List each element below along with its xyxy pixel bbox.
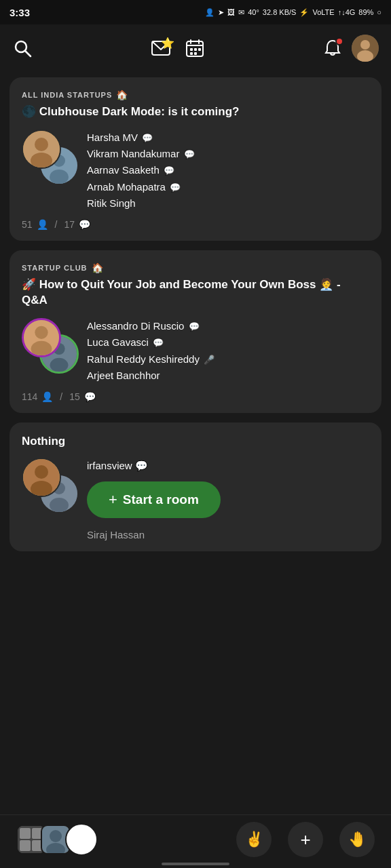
speaker-2: Vikram Nandakumar 💬 xyxy=(87,146,195,161)
svg-rect-7 xyxy=(190,48,193,51)
listener-icon-2: 👤 xyxy=(41,391,53,402)
room-card-2[interactable]: STARTUP CLUB 🏠 🚀 How to Quit Your Job an… xyxy=(10,250,381,413)
add-button[interactable]: + xyxy=(288,822,323,857)
svg-rect-34 xyxy=(20,828,31,839)
bluetooth-icon: ⚡ xyxy=(299,8,309,17)
data-speed: 32.8 KB/S xyxy=(263,8,297,16)
club-header-2: STARTUP CLUB 🏠 xyxy=(22,262,369,273)
messages-badge: ⭐ xyxy=(161,37,174,50)
messages-button[interactable]: ⭐ xyxy=(151,41,170,56)
status-bar: 3:33 👤 ➤ 🖼 ✉ 40° 32.8 KB/S ⚡ VoLTE ↑↓4G … xyxy=(0,0,391,24)
battery-icon: ○ xyxy=(377,8,381,16)
svg-line-1 xyxy=(25,51,31,56)
club-emoji-2: 🏠 xyxy=(92,262,103,273)
rooms-container: ALL INDIA STARTUPS 🏠 🌑 Clubhouse Dark Mo… xyxy=(0,72,391,557)
room-stats-2: 114 👤 / 15 💬 xyxy=(22,391,369,402)
status-icons: 👤 ➤ 🖼 ✉ 40° 32.8 KB/S ⚡ VoLTE ↑↓4G 89% ○ xyxy=(205,8,381,17)
speaker-avatar-2a xyxy=(22,318,61,357)
svg-point-32 xyxy=(50,498,69,512)
status-time: 3:33 xyxy=(10,7,30,18)
speaker-count-2: 15 xyxy=(69,391,80,402)
nothing-card: Nothing xyxy=(10,422,381,551)
speaker-2-2: Luca Gavasci 💬 xyxy=(87,334,215,350)
bottom-avatar-active[interactable] xyxy=(65,823,98,856)
header-left xyxy=(12,38,33,58)
header-right xyxy=(323,35,379,62)
svg-point-39 xyxy=(50,830,62,842)
signal-icon: ↑↓4G xyxy=(338,8,356,16)
speaker-3: Aarnav Saaketh 💬 xyxy=(87,162,195,178)
notification-dot xyxy=(335,37,343,45)
listener-icon-1: 👤 xyxy=(37,219,48,230)
svg-point-22 xyxy=(35,326,48,339)
speaker-count-1: 17 xyxy=(64,219,75,230)
add-icon: + xyxy=(300,829,310,850)
speaker-2-4: Arjeet Banchhor xyxy=(87,368,215,383)
room-speakers-2: Alessandro Di Ruscio 💬 Luca Gavasci 💬 Ra… xyxy=(22,318,369,383)
listener-count-1: 51 xyxy=(22,219,33,230)
speaker-1: Harsha MV 💬 xyxy=(87,130,195,145)
room-title-emoji-1: 🌑 xyxy=(22,105,36,118)
search-button[interactable] xyxy=(12,38,33,58)
svg-rect-36 xyxy=(20,840,31,851)
profile-button[interactable] xyxy=(352,35,379,62)
speaker-2-1: Alessandro Di Ruscio 💬 xyxy=(87,318,215,334)
speaker-5: Ritik Singh xyxy=(87,195,195,211)
stat-sep-1: / xyxy=(55,219,58,230)
header-center: ⭐ xyxy=(151,39,204,58)
svg-rect-10 xyxy=(194,52,197,55)
svg-point-26 xyxy=(50,358,69,372)
start-room-button[interactable]: + Start a room xyxy=(87,481,221,518)
room-title-2: 🚀 How to Quit Your Job and Become Your O… xyxy=(22,277,369,309)
nothing-speaker-1: irfansview 💬 xyxy=(87,458,221,473)
nothing-avatar-a xyxy=(22,458,61,497)
bottom-avatars[interactable] xyxy=(16,823,98,856)
speakers-list-1: Harsha MV 💬 Vikram Nandakumar 💬 Aarnav S… xyxy=(87,130,195,211)
nothing-speakers: irfansview 💬 + Start a room Siraj Hassan xyxy=(22,458,369,540)
notifications-button[interactable] xyxy=(323,39,342,58)
calendar-button[interactable] xyxy=(185,39,204,58)
plus-icon: + xyxy=(109,491,117,509)
svg-point-28 xyxy=(35,465,48,479)
speaker-avatar-1a xyxy=(22,130,61,169)
start-room-label: Start a room xyxy=(123,492,199,507)
speaker-icon-2: 💬 xyxy=(84,391,96,402)
listener-count-2: 114 xyxy=(22,391,37,402)
mail-icon-status: ✉ xyxy=(238,8,244,17)
avatars-stack-1 xyxy=(22,130,77,185)
club-emoji-1: 🏠 xyxy=(116,90,128,100)
user-avatar xyxy=(352,35,379,62)
stat-sep-2: / xyxy=(60,391,62,402)
room-stats-1: 51 👤 / 17 💬 xyxy=(22,219,369,230)
svg-point-16 xyxy=(35,138,48,151)
wave-button[interactable]: 🤚 xyxy=(339,822,375,857)
bottom-nav: ✌ + 🤚 xyxy=(0,814,391,868)
peace-icon: ✌ xyxy=(245,831,263,848)
club-name-2: STARTUP CLUB xyxy=(22,264,88,272)
svg-point-23 xyxy=(31,341,52,356)
room-card-1[interactable]: ALL INDIA STARTUPS 🏠 🌑 Clubhouse Dark Mo… xyxy=(10,77,381,241)
room-title-1: 🌑 Clubhouse Dark Mode: is it coming? xyxy=(22,104,369,120)
home-indicator xyxy=(162,863,229,865)
svg-rect-9 xyxy=(190,52,193,55)
speakers-list-2: Alessandro Di Ruscio 💬 Luca Gavasci 💬 Ra… xyxy=(87,318,215,383)
person-icon: 👤 xyxy=(205,8,215,17)
image-icon: 🖼 xyxy=(227,8,235,16)
partial-name: Siraj Hassan xyxy=(87,529,221,540)
svg-point-13 xyxy=(360,40,370,50)
room-speakers-1: Harsha MV 💬 Vikram Nandakumar 💬 Aarnav S… xyxy=(22,130,369,211)
speaker-icon-1: 💬 xyxy=(79,219,90,230)
speaker-2-3: Rahul Reddy Keshireddy 🎤 xyxy=(87,351,215,367)
peace-button[interactable]: ✌ xyxy=(236,822,272,857)
temp-label: 40° xyxy=(248,8,259,16)
nothing-avatars xyxy=(22,458,77,513)
battery-label: 89% xyxy=(358,8,373,16)
nothing-title: Nothing xyxy=(22,435,369,448)
nothing-speaker-emoji: 💬 xyxy=(135,460,148,471)
svg-rect-8 xyxy=(194,48,197,51)
club-name-1: ALL INDIA STARTUPS xyxy=(22,91,112,99)
svg-point-20 xyxy=(50,170,69,184)
bottom-icons: ✌ + 🤚 xyxy=(236,822,375,857)
wave-icon: 🤚 xyxy=(348,831,367,848)
svg-rect-11 xyxy=(198,48,201,51)
